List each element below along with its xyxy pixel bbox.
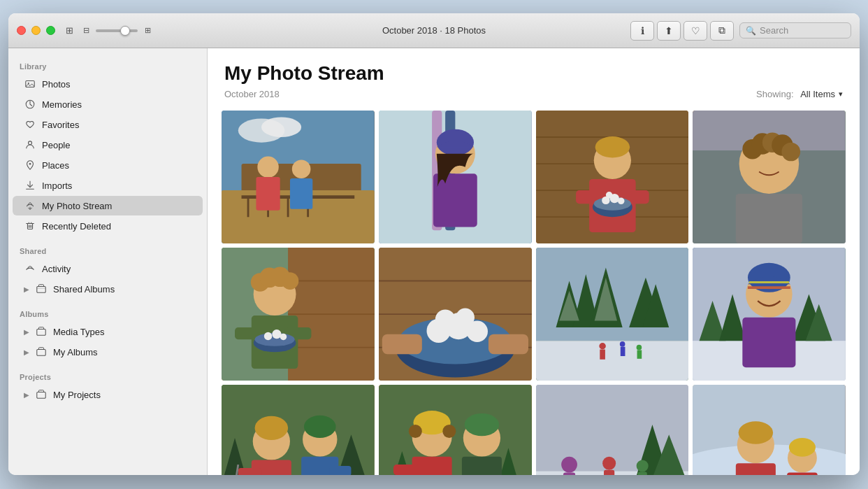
svg-point-113 (746, 271, 793, 318)
svg-point-114 (748, 263, 790, 292)
svg-point-3 (29, 141, 32, 145)
svg-rect-124 (252, 460, 291, 475)
svg-point-67 (251, 273, 270, 292)
photo-3[interactable] (536, 111, 689, 243)
svg-rect-149 (563, 473, 574, 475)
zoom-thumb[interactable] (120, 26, 130, 36)
svg-rect-73 (284, 327, 311, 339)
close-button[interactable] (17, 26, 26, 35)
svg-point-142 (464, 413, 498, 436)
traffic-lights (17, 26, 55, 35)
date-subtitle: October 2018 (224, 89, 280, 99)
svg-point-162 (788, 444, 817, 473)
svg-point-34 (436, 129, 473, 156)
svg-marker-111 (793, 295, 826, 341)
svg-rect-129 (301, 457, 338, 475)
main-header: My Photo Stream October 2018 Showing: Al… (208, 48, 860, 108)
fullscreen-button[interactable] (46, 26, 55, 35)
svg-point-105 (636, 345, 642, 350)
sidebar-toggle-icon[interactable]: ⊞ (62, 24, 76, 38)
sidebar: Library Photos Memories Favorites (8, 48, 208, 475)
share-icon: ⬆ (665, 25, 673, 36)
svg-rect-36 (536, 111, 689, 243)
photo-5[interactable] (222, 248, 375, 381)
activity-label: Activity (42, 264, 191, 274)
photo-6[interactable] (379, 248, 532, 381)
svg-point-163 (789, 438, 816, 457)
sidebar-item-activity[interactable]: Activity (13, 259, 203, 278)
sidebar-item-shared-albums[interactable]: ▶ Shared Albums (13, 279, 203, 299)
svg-point-141 (463, 420, 500, 457)
favorite-button[interactable]: ♡ (683, 21, 707, 41)
svg-rect-108 (693, 341, 846, 381)
svg-point-139 (409, 425, 422, 438)
sidebar-item-memories[interactable]: Memories (13, 94, 203, 114)
svg-rect-18 (222, 190, 375, 243)
photo-2[interactable] (379, 111, 532, 243)
sidebar-item-places[interactable]: Places (13, 155, 203, 175)
svg-point-66 (254, 273, 296, 316)
subtitle-row: October 2018 Showing: All Items ▾ (224, 89, 843, 99)
info-button[interactable]: ℹ (630, 21, 654, 41)
svg-marker-121 (335, 435, 368, 475)
photo-1[interactable] (222, 111, 375, 243)
svg-point-1 (28, 83, 29, 84)
svg-point-55 (743, 139, 763, 160)
svg-rect-102 (600, 350, 605, 360)
showing-control[interactable]: Showing: All Items ▾ (756, 89, 843, 99)
svg-point-56 (752, 133, 773, 154)
shared-albums-chevron: ▶ (24, 285, 29, 293)
photos-label: Photos (42, 79, 191, 90)
search-bar[interactable]: 🔍 Search (739, 22, 851, 38)
svg-point-136 (413, 411, 450, 434)
photo-12[interactable] (693, 385, 846, 475)
svg-rect-106 (637, 350, 642, 359)
shared-section-label: Shared (8, 241, 207, 258)
sidebar-item-people[interactable]: People (13, 135, 203, 155)
svg-point-101 (599, 343, 606, 350)
svg-rect-79 (379, 248, 532, 381)
sidebar-item-media-types[interactable]: ▶ Media Types (13, 322, 203, 341)
my-albums-icon (35, 346, 48, 358)
shared-albums-icon (35, 283, 48, 295)
photo-4[interactable] (693, 111, 846, 243)
sidebar-item-favorites[interactable]: Favorites (13, 115, 203, 134)
sidebar-item-my-albums[interactable]: ▶ My Albums (13, 342, 203, 362)
svg-point-4 (29, 163, 31, 165)
main-panel: My Photo Stream October 2018 Showing: Al… (208, 48, 860, 475)
svg-rect-107 (693, 248, 846, 381)
svg-point-69 (270, 267, 290, 288)
svg-rect-14 (37, 349, 45, 355)
svg-rect-62 (288, 248, 375, 381)
my-projects-chevron: ▶ (24, 391, 29, 399)
photo-8[interactable] (693, 248, 846, 381)
sidebar-item-recently-deleted[interactable]: Recently Deleted (13, 216, 203, 236)
share-button[interactable]: ⬆ (657, 21, 681, 41)
svg-marker-94 (556, 281, 582, 328)
svg-point-103 (619, 341, 625, 347)
photo-7[interactable] (536, 248, 689, 381)
svg-rect-16 (222, 111, 375, 243)
zoom-out-icon[interactable]: ⊟ (79, 24, 93, 38)
svg-rect-156 (693, 385, 846, 465)
svg-rect-118 (222, 385, 375, 475)
people-icon (24, 139, 36, 151)
svg-rect-90 (382, 334, 422, 355)
sidebar-item-my-photo-stream[interactable]: My Photo Stream (13, 196, 203, 215)
minimize-button[interactable] (31, 26, 41, 35)
sidebar-item-photos[interactable]: Photos (13, 74, 203, 94)
sidebar-item-imports[interactable]: Imports (13, 176, 203, 195)
memories-icon (24, 98, 36, 111)
slideshow-button[interactable]: ⧉ (710, 21, 734, 41)
showing-value: All Items (800, 89, 835, 99)
search-icon: 🔍 (746, 26, 756, 36)
photo-9[interactable] (222, 385, 375, 475)
search-placeholder: Search (760, 25, 788, 36)
recently-deleted-label: Recently Deleted (42, 221, 191, 232)
svg-marker-95 (572, 274, 599, 327)
sidebar-item-my-projects[interactable]: ▶ My Projects (13, 385, 203, 404)
photo-11[interactable] (536, 385, 689, 475)
svg-rect-151 (604, 470, 614, 475)
zoom-in-icon[interactable]: ⊞ (140, 24, 154, 38)
photo-10[interactable] (379, 385, 532, 475)
